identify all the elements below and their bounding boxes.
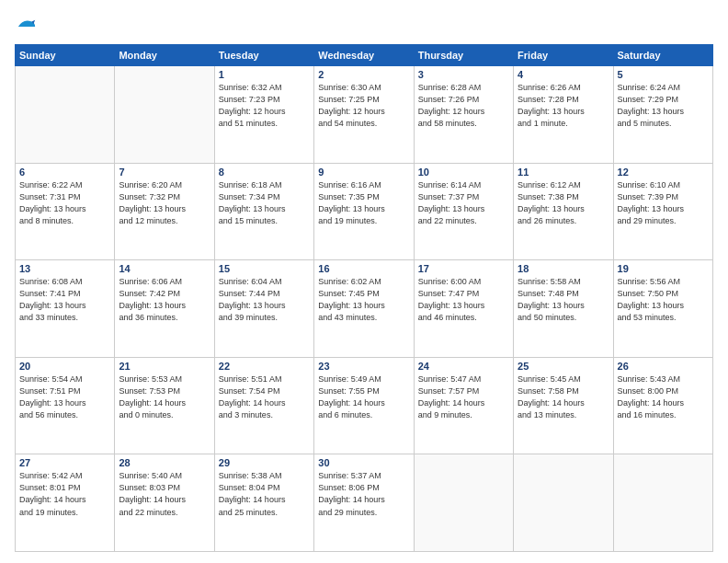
week-row-3: 13Sunrise: 6:08 AM Sunset: 7:41 PM Dayli… [16, 260, 713, 358]
day-cell: 21Sunrise: 5:53 AM Sunset: 7:53 PM Dayli… [115, 357, 214, 454]
day-number: 30 [318, 457, 409, 468]
day-number: 17 [418, 263, 509, 274]
day-cell [414, 454, 513, 552]
day-number: 9 [318, 167, 409, 178]
weekday-friday: Friday [514, 45, 613, 66]
day-cell: 30Sunrise: 5:37 AM Sunset: 8:06 PM Dayli… [314, 454, 414, 552]
day-info: Sunrise: 6:08 AM Sunset: 7:41 PM Dayligh… [19, 276, 110, 324]
week-row-1: 1Sunrise: 6:32 AM Sunset: 7:23 PM Daylig… [16, 66, 713, 164]
day-cell: 15Sunrise: 6:04 AM Sunset: 7:44 PM Dayli… [214, 260, 313, 358]
day-info: Sunrise: 5:47 AM Sunset: 7:57 PM Dayligh… [418, 373, 509, 421]
day-cell: 10Sunrise: 6:14 AM Sunset: 7:37 PM Dayli… [414, 163, 513, 260]
day-info: Sunrise: 5:42 AM Sunset: 8:01 PM Dayligh… [19, 470, 110, 518]
weekday-sunday: Sunday [16, 45, 115, 66]
page: SundayMondayTuesdayWednesdayThursdayFrid… [0, 0, 728, 563]
day-number: 2 [318, 69, 409, 80]
day-cell: 23Sunrise: 5:49 AM Sunset: 7:55 PM Dayli… [314, 357, 414, 454]
weekday-wednesday: Wednesday [314, 45, 414, 66]
day-number: 21 [119, 361, 210, 372]
week-row-4: 20Sunrise: 5:54 AM Sunset: 7:51 PM Dayli… [16, 357, 713, 454]
day-info: Sunrise: 5:51 AM Sunset: 7:54 PM Dayligh… [219, 373, 310, 421]
day-number: 25 [518, 361, 609, 372]
day-number: 10 [418, 167, 509, 178]
day-cell [514, 454, 613, 552]
day-cell: 16Sunrise: 6:02 AM Sunset: 7:45 PM Dayli… [314, 260, 414, 358]
day-number: 19 [618, 263, 709, 274]
weekday-monday: Monday [115, 45, 214, 66]
day-number: 6 [19, 167, 110, 178]
day-number: 14 [119, 263, 210, 274]
day-info: Sunrise: 5:49 AM Sunset: 7:55 PM Dayligh… [318, 373, 409, 421]
day-info: Sunrise: 6:32 AM Sunset: 7:23 PM Dayligh… [219, 82, 310, 130]
day-number: 24 [418, 361, 509, 372]
weekday-saturday: Saturday [613, 45, 712, 66]
day-cell: 14Sunrise: 6:06 AM Sunset: 7:42 PM Dayli… [115, 260, 214, 358]
day-info: Sunrise: 6:02 AM Sunset: 7:45 PM Dayligh… [318, 276, 409, 324]
day-info: Sunrise: 6:12 AM Sunset: 7:38 PM Dayligh… [518, 179, 609, 227]
week-row-5: 27Sunrise: 5:42 AM Sunset: 8:01 PM Dayli… [16, 454, 713, 552]
day-number: 18 [518, 263, 609, 274]
day-cell: 8Sunrise: 6:18 AM Sunset: 7:34 PM Daylig… [214, 163, 313, 260]
day-cell: 11Sunrise: 6:12 AM Sunset: 7:38 PM Dayli… [514, 163, 613, 260]
day-cell: 4Sunrise: 6:26 AM Sunset: 7:28 PM Daylig… [514, 66, 613, 164]
day-number: 5 [618, 69, 709, 80]
day-number: 13 [19, 263, 110, 274]
day-number: 23 [318, 361, 409, 372]
day-info: Sunrise: 5:53 AM Sunset: 7:53 PM Dayligh… [119, 373, 210, 421]
day-cell: 18Sunrise: 5:58 AM Sunset: 7:48 PM Dayli… [514, 260, 613, 358]
day-number: 4 [518, 69, 609, 80]
day-cell: 3Sunrise: 6:28 AM Sunset: 7:26 PM Daylig… [414, 66, 513, 164]
day-number: 7 [119, 167, 210, 178]
day-cell: 24Sunrise: 5:47 AM Sunset: 7:57 PM Dayli… [414, 357, 513, 454]
day-info: Sunrise: 6:30 AM Sunset: 7:25 PM Dayligh… [318, 82, 409, 130]
day-cell: 12Sunrise: 6:10 AM Sunset: 7:39 PM Dayli… [613, 163, 712, 260]
day-cell [115, 66, 214, 164]
day-number: 28 [119, 457, 210, 468]
day-number: 27 [19, 457, 110, 468]
day-info: Sunrise: 6:00 AM Sunset: 7:47 PM Dayligh… [418, 276, 509, 324]
day-info: Sunrise: 5:40 AM Sunset: 8:03 PM Dayligh… [119, 470, 210, 518]
day-number: 3 [418, 69, 509, 80]
day-number: 22 [219, 361, 310, 372]
day-number: 11 [518, 167, 609, 178]
day-info: Sunrise: 6:14 AM Sunset: 7:37 PM Dayligh… [418, 179, 509, 227]
day-info: Sunrise: 6:24 AM Sunset: 7:29 PM Dayligh… [618, 82, 709, 130]
day-number: 1 [219, 69, 310, 80]
day-cell: 22Sunrise: 5:51 AM Sunset: 7:54 PM Dayli… [214, 357, 313, 454]
day-info: Sunrise: 5:54 AM Sunset: 7:51 PM Dayligh… [19, 373, 110, 421]
day-info: Sunrise: 5:38 AM Sunset: 8:04 PM Dayligh… [219, 470, 310, 518]
day-cell: 29Sunrise: 5:38 AM Sunset: 8:04 PM Dayli… [214, 454, 313, 552]
day-info: Sunrise: 6:26 AM Sunset: 7:28 PM Dayligh… [518, 82, 609, 130]
day-info: Sunrise: 5:58 AM Sunset: 7:48 PM Dayligh… [518, 276, 609, 324]
day-number: 12 [618, 167, 709, 178]
day-info: Sunrise: 5:45 AM Sunset: 7:58 PM Dayligh… [518, 373, 609, 421]
day-cell: 13Sunrise: 6:08 AM Sunset: 7:41 PM Dayli… [16, 260, 115, 358]
day-number: 8 [219, 167, 310, 178]
weekday-thursday: Thursday [414, 45, 513, 66]
day-cell: 19Sunrise: 5:56 AM Sunset: 7:50 PM Dayli… [613, 260, 712, 358]
day-number: 16 [318, 263, 409, 274]
calendar: SundayMondayTuesdayWednesdayThursdayFrid… [15, 44, 713, 552]
day-cell: 9Sunrise: 6:16 AM Sunset: 7:35 PM Daylig… [314, 163, 414, 260]
header [15, 11, 713, 37]
day-info: Sunrise: 6:16 AM Sunset: 7:35 PM Dayligh… [318, 179, 409, 227]
day-info: Sunrise: 5:43 AM Sunset: 8:00 PM Dayligh… [618, 373, 709, 421]
day-cell: 6Sunrise: 6:22 AM Sunset: 7:31 PM Daylig… [16, 163, 115, 260]
day-info: Sunrise: 6:06 AM Sunset: 7:42 PM Dayligh… [119, 276, 210, 324]
logo-icon [17, 17, 37, 37]
day-cell: 27Sunrise: 5:42 AM Sunset: 8:01 PM Dayli… [16, 454, 115, 552]
day-cell [613, 454, 712, 552]
day-info: Sunrise: 6:18 AM Sunset: 7:34 PM Dayligh… [219, 179, 310, 227]
day-cell: 28Sunrise: 5:40 AM Sunset: 8:03 PM Dayli… [115, 454, 214, 552]
day-info: Sunrise: 5:37 AM Sunset: 8:06 PM Dayligh… [318, 470, 409, 518]
day-cell: 1Sunrise: 6:32 AM Sunset: 7:23 PM Daylig… [214, 66, 313, 164]
day-number: 29 [219, 457, 310, 468]
day-info: Sunrise: 6:04 AM Sunset: 7:44 PM Dayligh… [219, 276, 310, 324]
day-number: 15 [219, 263, 310, 274]
logo [15, 15, 37, 37]
weekday-header-row: SundayMondayTuesdayWednesdayThursdayFrid… [16, 45, 713, 66]
day-info: Sunrise: 6:22 AM Sunset: 7:31 PM Dayligh… [19, 179, 110, 227]
day-info: Sunrise: 6:28 AM Sunset: 7:26 PM Dayligh… [418, 82, 509, 130]
day-info: Sunrise: 6:10 AM Sunset: 7:39 PM Dayligh… [618, 179, 709, 227]
day-number: 26 [618, 361, 709, 372]
